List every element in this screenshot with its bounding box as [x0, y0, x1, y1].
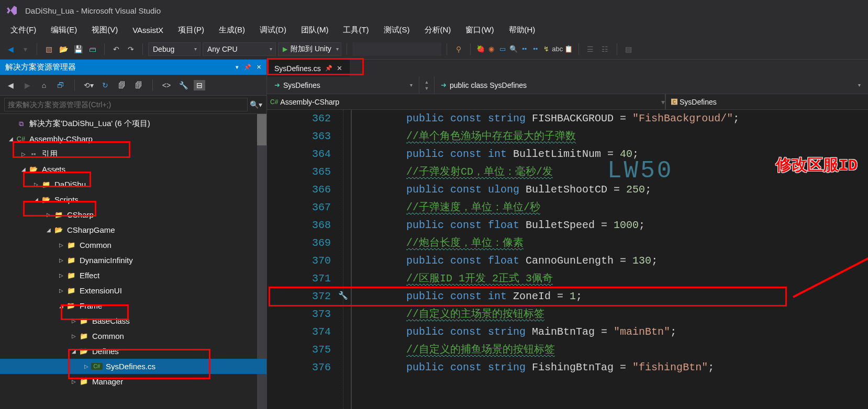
tree-item[interactable]: ▷C#SysDefines.cs	[0, 359, 266, 374]
va-icon-2[interactable]: ◉	[487, 44, 496, 54]
start-debug-button[interactable]: ▶ 附加到 Unity	[278, 42, 341, 56]
code-line[interactable]: public const string FISHBACKGROUD = "Fis…	[352, 110, 868, 128]
menu-item[interactable]: 帮助(H)	[503, 22, 542, 38]
toggle-icon[interactable]: ⊟	[194, 80, 205, 90]
nav-fwd-icon[interactable]: ▾	[19, 43, 31, 55]
panel-close-icon[interactable]: ✕	[257, 64, 261, 71]
code-icon[interactable]: <>	[160, 79, 173, 92]
back-icon[interactable]: ◀	[4, 79, 17, 92]
code-line[interactable]: public const float BulletSpeed = 1000;	[352, 217, 868, 234]
code-line[interactable]: public const int ZoneId = 1;	[352, 288, 868, 305]
expand-icon[interactable]: ▷	[44, 212, 53, 218]
expand-icon[interactable]: ▷	[31, 181, 41, 187]
scope-dropdown[interactable]: ➜ SysDefines	[270, 78, 417, 93]
va-icon-1[interactable]: 🍓	[476, 44, 485, 54]
menu-item[interactable]: 编辑(E)	[44, 22, 83, 38]
layout-icon-3[interactable]: ▤	[622, 43, 635, 55]
showall-icon[interactable]: 🗐	[132, 79, 145, 92]
config-dropdown[interactable]: Debug	[148, 42, 201, 56]
search-icon[interactable]: 🔍▾	[250, 98, 262, 111]
va-icon-4[interactable]: 🔍	[509, 44, 518, 54]
nav-up-icon[interactable]: ▲	[425, 79, 429, 85]
tree-item[interactable]: ◢📂Assets	[0, 162, 266, 177]
menu-item[interactable]: 工具(T)	[337, 22, 375, 38]
va-icon-5[interactable]: ••	[520, 44, 529, 54]
code-line[interactable]: public const string FishingBtnTag = "fis…	[352, 359, 868, 377]
tree-item[interactable]: ▷📁Common	[0, 328, 266, 344]
code-line[interactable]: //单个角色渔场中存在最大的子弹数	[352, 128, 868, 145]
tree-item[interactable]: ▷📁DaDiShu	[0, 177, 266, 192]
panel-pin-icon[interactable]: 📌	[244, 64, 251, 71]
menu-item[interactable]: 文件(F)	[4, 22, 42, 38]
code-line[interactable]: //自定义的主场景的按钮标签	[352, 305, 868, 323]
tree-item[interactable]: ▷📁Common	[0, 237, 266, 253]
expand-icon[interactable]: ▷	[69, 379, 79, 384]
code-line[interactable]: public const float CannoGunLength = 130;	[352, 252, 868, 270]
menu-item[interactable]: 窗口(W)	[459, 22, 500, 38]
expand-icon[interactable]: ◢	[44, 227, 53, 233]
code-lines[interactable]: public const string FISHBACKGROUD = "Fis…	[352, 110, 868, 409]
tree-item[interactable]: ▷📁BaseClass	[0, 313, 266, 328]
menu-item[interactable]: VAssistX	[126, 22, 170, 38]
tree-item[interactable]: ▷📁Manager	[0, 374, 266, 389]
va-icon-8[interactable]: abc	[553, 44, 562, 54]
tree-item[interactable]: ⧉解决方案'DaDiShu_Lua' (6 个项目)	[0, 116, 266, 131]
nav-down-icon[interactable]: ▼	[425, 86, 429, 91]
tree-item[interactable]: ◢C#Assembly-CSharp	[0, 131, 266, 146]
pin-icon[interactable]: 📌	[325, 65, 332, 72]
tree-item[interactable]: ▷📁ExtensionUI	[0, 283, 266, 298]
save-icon[interactable]: 💾	[72, 43, 84, 55]
tree-item[interactable]: ◢📂Frame	[0, 298, 266, 313]
va-icon-7[interactable]: ↯	[542, 44, 551, 54]
expand-icon[interactable]: ▷	[69, 318, 79, 324]
code-editor[interactable]: 3623633643653663673683693703713723733743…	[267, 110, 868, 409]
find-dropdown[interactable]	[352, 42, 441, 56]
panel-dropdown-icon[interactable]: ▾	[236, 64, 239, 71]
tree-item[interactable]: ▷📁CSharp	[0, 207, 266, 222]
menu-item[interactable]: 测试(S)	[377, 22, 416, 38]
expand-icon[interactable]: ◢	[31, 197, 41, 202]
close-tab-icon[interactable]: ✕	[337, 64, 342, 72]
properties-icon[interactable]: 🔧	[177, 79, 190, 92]
tree-item[interactable]: ▷📁Effect	[0, 268, 266, 283]
tree-item[interactable]: ▷▪▪引用	[0, 146, 266, 162]
code-line[interactable]: //子弹速度，单位：单位/秒	[352, 199, 868, 217]
menu-item[interactable]: 分析(N)	[418, 22, 458, 38]
expand-icon[interactable]: ▷	[57, 272, 66, 278]
tree-item[interactable]: ◢📂Defines	[0, 344, 266, 359]
find-icon[interactable]: ⚲	[452, 43, 465, 55]
code-line[interactable]: public const string MainBtnTag = "mainBt…	[352, 323, 868, 341]
expand-icon[interactable]: ◢	[6, 136, 16, 142]
layout-icon-2[interactable]: ☷	[599, 43, 611, 55]
layout-icon-1[interactable]: ☰	[584, 43, 597, 55]
va-icon-3[interactable]: ▭	[498, 44, 507, 54]
tree-item[interactable]: ◢📂CSharpGame	[0, 222, 266, 237]
expand-icon[interactable]: ▷	[57, 257, 66, 263]
member-dropdown[interactable]: ➜ public class SysDefines	[437, 78, 865, 93]
code-line[interactable]: //炮台长度，单位：像素	[352, 234, 868, 252]
tree-item[interactable]: ◢📂Scripts	[0, 192, 266, 207]
save-all-icon[interactable]: 🗃	[86, 43, 99, 55]
sync-icon[interactable]: 🗗	[54, 79, 67, 92]
tree-item[interactable]: ▷📁DynamicInfinity	[0, 253, 266, 268]
expand-icon[interactable]: ◢	[57, 303, 66, 309]
expand-icon[interactable]: ◢	[19, 166, 28, 172]
undo-icon[interactable]: ↶	[110, 43, 123, 55]
expand-icon[interactable]: ▷	[57, 288, 66, 293]
home-icon[interactable]: ⌂	[38, 79, 50, 92]
expand-icon[interactable]: ▷	[57, 242, 66, 248]
new-project-icon[interactable]: ▧	[42, 43, 55, 55]
solution-search-input[interactable]	[4, 98, 248, 111]
code-line[interactable]: //自定义的捕鱼场景的按钮标签	[352, 341, 868, 359]
expand-icon[interactable]: ▷	[19, 151, 28, 157]
refresh2-icon[interactable]: ↻	[99, 79, 112, 92]
open-file-icon[interactable]: 📂	[57, 43, 70, 55]
menu-item[interactable]: 项目(P)	[172, 22, 210, 38]
va-icon-9[interactable]: 📋	[564, 44, 573, 54]
solution-tree[interactable]: ⧉解决方案'DaDiShu_Lua' (6 个项目)◢C#Assembly-CS…	[0, 114, 266, 409]
code-line[interactable]: //区服ID 1开发 2正式 3佩奇	[352, 270, 868, 288]
tab-sysdefines[interactable]: SysDefines.cs 📌 ✕	[267, 60, 350, 76]
refresh-icon[interactable]: ⟲▾	[82, 79, 95, 92]
redo-icon[interactable]: ↷	[125, 43, 137, 55]
menu-item[interactable]: 生成(B)	[213, 22, 251, 38]
